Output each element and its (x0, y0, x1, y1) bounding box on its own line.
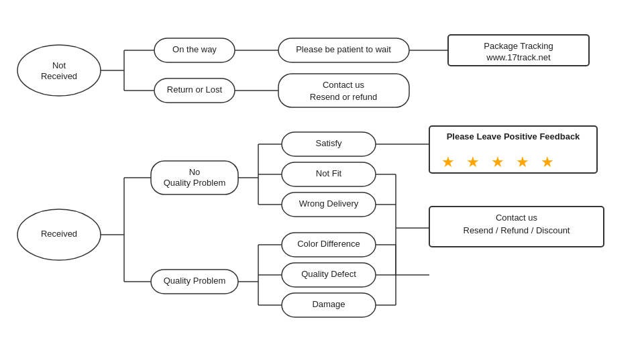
quality-problem-label: Quality Problem (164, 276, 225, 286)
contact-resend-refund-label1: Contact us (323, 80, 365, 90)
received-label: Received (41, 229, 77, 239)
wrong-delivery-label: Wrong Delivery (299, 198, 359, 209)
patient-wait-label: Please be patient to wait (296, 44, 391, 54)
satisfy-label: Satisfy (315, 138, 342, 148)
no-quality-problem-label2: Quality Problem (164, 178, 225, 188)
not-received-label2: Received (41, 71, 77, 81)
star2: ★ (466, 154, 480, 170)
on-the-way-label: On the way (172, 44, 217, 54)
no-quality-problem-label1: No (189, 167, 201, 177)
feedback-label: Please Leave Positive Feedback (447, 131, 580, 141)
not-received-label: Not (52, 60, 66, 70)
package-tracking-label2: www.17track.net (486, 52, 551, 62)
contact-rrd-label2: Resend / Refund / Discount (464, 225, 570, 235)
star3: ★ (491, 154, 504, 170)
package-tracking-label1: Package Tracking (484, 41, 553, 51)
return-lost-label: Return or Lost (167, 84, 223, 95)
star5: ★ (541, 154, 554, 170)
quality-defect-label: Quality Defect (301, 269, 356, 279)
star4: ★ (516, 154, 529, 170)
color-difference-label: Color Difference (297, 239, 360, 249)
contact-resend-refund-node (278, 74, 409, 107)
damage-label: Damage (312, 299, 345, 309)
contact-resend-refund-label2: Resend or refund (310, 92, 377, 102)
flowchart-diagram: Not Received On the way Please be patien… (0, 0, 644, 344)
not-fit-label: Not Fit (316, 168, 342, 178)
star1: ★ (441, 154, 455, 170)
contact-rrd-label1: Contact us (496, 213, 538, 223)
